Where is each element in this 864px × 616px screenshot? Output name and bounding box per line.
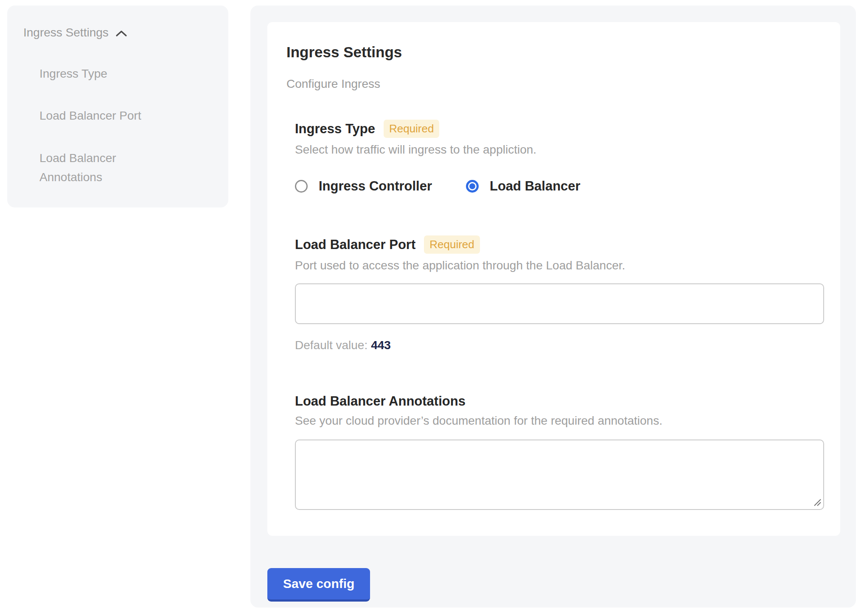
sidebar-item-list: Ingress Type Load Balancer Port Load Bal…	[23, 64, 213, 187]
radio-load-balancer[interactable]: Load Balancer	[466, 179, 581, 194]
main-panel: Ingress Settings Configure Ingress Ingre…	[250, 6, 856, 608]
save-config-button[interactable]: Save config	[267, 568, 370, 602]
sidebar-item-load-balancer-port[interactable]: Load Balancer Port	[39, 106, 167, 125]
required-badge: Required	[424, 235, 480, 254]
page-subtitle: Configure Ingress	[286, 77, 821, 91]
lb-port-label: Load Balancer Port	[295, 237, 415, 252]
radio-ingress-controller-label: Ingress Controller	[319, 179, 432, 194]
default-value: 443	[371, 339, 391, 352]
radio-circle-icon[interactable]	[466, 180, 479, 193]
radio-ingress-controller[interactable]: Ingress Controller	[295, 179, 432, 194]
field-load-balancer-port: Load Balancer Port Required Port used to…	[295, 235, 821, 352]
lb-annotations-label: Load Balancer Annotations	[295, 394, 466, 409]
resize-grip-icon[interactable]	[813, 498, 822, 507]
required-badge: Required	[384, 120, 440, 138]
ingress-type-radio-group: Ingress Controller Load Balancer	[295, 179, 821, 194]
settings-sidebar: Ingress Settings Ingress Type Load Balan…	[7, 6, 228, 207]
ingress-type-label: Ingress Type	[295, 121, 375, 137]
sidebar-item-ingress-type[interactable]: Ingress Type	[39, 64, 167, 83]
radio-circle-icon[interactable]	[295, 180, 308, 193]
sidebar-item-load-balancer-annotations[interactable]: Load Balancer Annotations	[39, 148, 167, 187]
lb-annotations-description: See your cloud provider’s documentation …	[295, 414, 821, 428]
sidebar-section-label: Ingress Settings	[23, 26, 109, 39]
ingress-settings-card: Ingress Settings Configure Ingress Ingre…	[267, 22, 840, 536]
ingress-type-description: Select how traffic will ingress to the a…	[295, 143, 821, 157]
lb-port-default-line: Default value:443	[295, 339, 821, 352]
field-load-balancer-annotations: Load Balancer Annotations See your cloud…	[295, 394, 821, 510]
lb-annotations-textarea[interactable]	[295, 440, 824, 510]
page-title: Ingress Settings	[286, 43, 821, 61]
field-ingress-type: Ingress Type Required Select how traffic…	[295, 120, 821, 194]
lb-port-input[interactable]	[295, 283, 824, 324]
default-value-label: Default value:	[295, 339, 367, 352]
sidebar-section-ingress-settings[interactable]: Ingress Settings	[23, 26, 213, 39]
lb-port-description: Port used to access the application thro…	[295, 259, 821, 272]
chevron-up-icon	[115, 30, 127, 37]
radio-load-balancer-label: Load Balancer	[490, 179, 581, 194]
